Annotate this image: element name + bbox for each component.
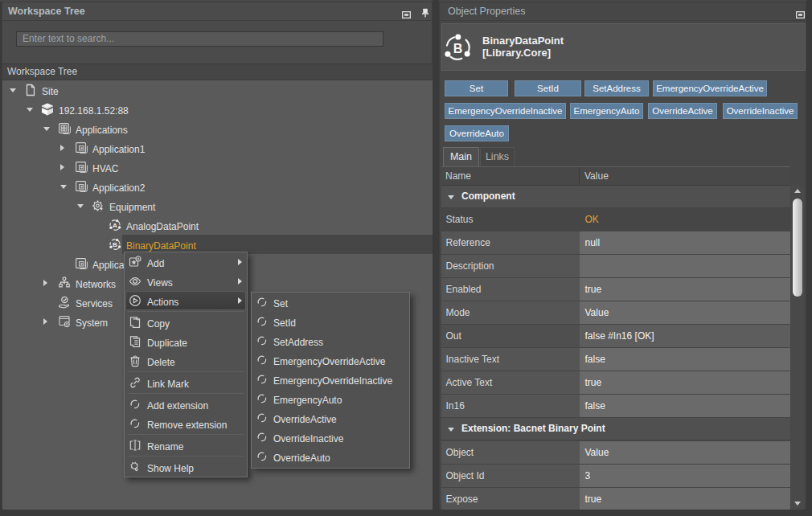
svg-text:B: B [113,241,117,248]
svg-text:A: A [113,222,117,229]
svg-text:B: B [453,42,463,55]
